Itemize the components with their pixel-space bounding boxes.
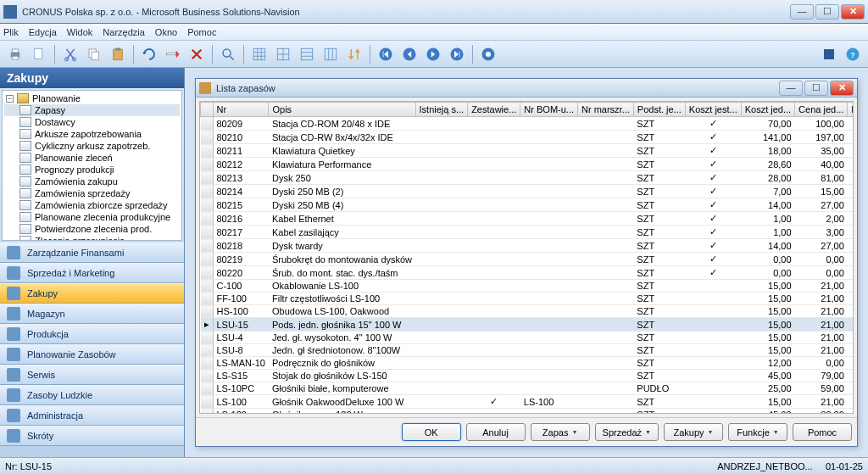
- nav-administracja[interactable]: Administracja: [0, 405, 184, 426]
- copy-icon[interactable]: [84, 44, 104, 64]
- close-button[interactable]: ✕: [841, 4, 865, 20]
- tree-item[interactable]: Planowanie zleceń: [4, 152, 180, 164]
- menu-okno[interactable]: Okno: [155, 27, 177, 37]
- table-row[interactable]: 80220Śrub. do mont. stac. dys./taśmSZT✓0…: [201, 266, 854, 280]
- col-header[interactable]: Podst. je...: [633, 103, 685, 117]
- zakupy-button[interactable]: Zakupy▼: [664, 423, 723, 441]
- table-row[interactable]: LS-10PCGłośniki białe, komputerowePUDŁO2…: [201, 382, 854, 395]
- nav-first-icon[interactable]: [376, 44, 396, 64]
- nav-last-icon[interactable]: [447, 44, 467, 64]
- cancel-button[interactable]: Anuluj: [466, 423, 526, 441]
- undo-icon[interactable]: [139, 44, 159, 64]
- tree-item[interactable]: Planowane zlecenia produkcyjne: [4, 211, 180, 223]
- table-row[interactable]: LS-120Głośnik czarny 120 WSZT45,0088,00G…: [201, 409, 854, 415]
- nav-prev-icon[interactable]: [399, 44, 420, 64]
- col-header[interactable]: Istnieją s...: [415, 103, 468, 117]
- sub-maximize-button[interactable]: ☐: [804, 81, 828, 96]
- tree-item[interactable]: Zamówienia sprzedaży: [4, 187, 180, 199]
- nav-serwis[interactable]: Serwis: [0, 365, 184, 385]
- col-header[interactable]: Nr: [213, 103, 269, 117]
- search-icon[interactable]: [218, 44, 238, 64]
- cut-icon[interactable]: [60, 44, 81, 64]
- tree-item[interactable]: Zamówienia zbiorcze sprzedaży: [4, 199, 180, 211]
- col-header[interactable]: Nr BOM-u...: [520, 103, 578, 117]
- col-header[interactable]: Koszt jest...: [685, 103, 741, 117]
- paste-icon[interactable]: [108, 44, 128, 64]
- col-header[interactable]: Koszt jed...: [741, 103, 794, 117]
- sprzedaz-button[interactable]: Sprzedaż▼: [595, 423, 659, 441]
- table-row[interactable]: 80217Kabel zasilającySZT✓1,003,0050000KA…: [201, 226, 854, 239]
- table-row[interactable]: LS-100Głośnik OakwoodDeluxe 100 W✓LS-100…: [201, 395, 854, 409]
- table-row[interactable]: HS-100Obudowa LS-100, OakwoodSZT15,0021,…: [201, 305, 854, 318]
- sort-icon[interactable]: [344, 44, 364, 64]
- nav-skróty[interactable]: Skróty: [0, 426, 184, 446]
- help-icon[interactable]: ?: [843, 44, 863, 64]
- menu-pomoc[interactable]: Pomoc: [187, 27, 216, 37]
- tree-item[interactable]: Zamówienia zakupu: [4, 176, 180, 187]
- tree-item[interactable]: Dostawcy: [4, 116, 180, 128]
- table-row[interactable]: 80215Dyski 250 MB (4)SZT✓14,0027,0050000…: [201, 198, 854, 212]
- menu-widok[interactable]: Widok: [67, 27, 93, 37]
- funkcje-button[interactable]: Funkcje▼: [728, 423, 787, 441]
- table-row[interactable]: 80216Kabel EthernetSZT✓1,002,0050000KABE…: [201, 212, 854, 226]
- nav-magazyn[interactable]: Magazyn: [0, 304, 184, 324]
- pomoc-button[interactable]: Pomoc: [793, 423, 852, 441]
- menu-narzędzia[interactable]: Narzędzia: [103, 27, 145, 37]
- delete-icon[interactable]: [163, 44, 183, 64]
- nav-next-icon[interactable]: [423, 44, 443, 64]
- table-row[interactable]: 80209Stacja CD-ROM 20/48 x IDESZT✓70,001…: [201, 117, 854, 131]
- cancel-icon[interactable]: [186, 44, 207, 64]
- tree-item[interactable]: Potwierdzone zlecenia prod.: [4, 223, 180, 235]
- table-row[interactable]: LSU-8Jedn. gł średniotonow. 8"100WSZT15,…: [201, 344, 854, 357]
- zapas-button[interactable]: Zapas▼: [531, 423, 590, 441]
- tree-item[interactable]: Zapasy: [4, 104, 180, 116]
- col-header[interactable]: Nr marszr...: [578, 103, 634, 117]
- table-row[interactable]: 80211Klawiatura QuietkeySZT✓18,0035,0050…: [201, 144, 854, 158]
- refresh-icon[interactable]: [478, 44, 498, 64]
- inventory-grid[interactable]: NrOpisIstnieją s...Zestawie...Nr BOM-u..…: [200, 102, 854, 414]
- table-row[interactable]: LSU-4Jed. gł. wysokoton. 4" 100 WSZT15,0…: [201, 332, 854, 344]
- sub-minimize-button[interactable]: —: [779, 81, 803, 96]
- nav-zakupy[interactable]: Zakupy: [0, 283, 184, 304]
- grid3-icon[interactable]: [297, 44, 317, 64]
- grid4-icon[interactable]: [320, 44, 341, 64]
- col-header[interactable]: Cena jed...: [795, 103, 848, 117]
- tree-root[interactable]: − Planowanie: [4, 92, 180, 104]
- table-row[interactable]: FF-100Filtr częstotliwości LS-100SZT15,0…: [201, 293, 854, 305]
- nav-produkcja[interactable]: Produkcja: [0, 324, 184, 344]
- table-row[interactable]: 80212Klawiatura PerformanceSZT✓28,6040,0…: [201, 158, 854, 171]
- tree-item[interactable]: Zlecenia przesunięcia: [4, 235, 180, 241]
- tree-item[interactable]: Prognozy produkcji: [4, 164, 180, 176]
- menu-edycja[interactable]: Edycja: [29, 27, 57, 37]
- nav-zasoby-ludzkie[interactable]: Zasoby Ludzkie: [0, 385, 184, 405]
- table-row[interactable]: 80218Dysk twardySZT✓14,0027,0050000DYSK …: [201, 239, 854, 253]
- col-header[interactable]: Zestawie...: [468, 103, 520, 117]
- table-row[interactable]: 80219Śrubokręt do montowania dyskówSZT✓0…: [201, 253, 854, 266]
- maximize-button[interactable]: ☐: [815, 4, 839, 20]
- grid1-icon[interactable]: [249, 44, 270, 64]
- print-icon[interactable]: [5, 44, 25, 64]
- nav-tree[interactable]: − Planowanie ZapasyDostawcyArkusze zapot…: [2, 90, 182, 241]
- col-header[interactable]: Opis: [269, 103, 415, 117]
- sub-close-button[interactable]: ✕: [830, 81, 854, 96]
- table-row[interactable]: 80213Dysk 250SZT✓28,0081,0050000DYSK 250: [201, 171, 854, 185]
- tree-item[interactable]: Arkusze zapotrzebowania: [4, 128, 180, 140]
- collapse-icon[interactable]: −: [6, 95, 14, 103]
- table-row[interactable]: 80210Stacja CD-RW 8x/4x/32x IDESZT✓141,0…: [201, 131, 854, 144]
- table-row[interactable]: LS-MAN-10Podręcznik do głośnikówSZT12,00…: [201, 357, 854, 370]
- minimize-button[interactable]: —: [790, 4, 814, 20]
- table-row[interactable]: C-100Okablowanie LS-100SZT15,0021,00OKAB…: [201, 280, 854, 293]
- nav-zarządzanie-finansami[interactable]: Zarządzanie Finansami: [0, 243, 184, 263]
- col-header[interactable]: Nr dostawcy: [848, 103, 854, 117]
- preview-icon[interactable]: [29, 44, 49, 64]
- table-row[interactable]: 80214Dyski 250 MB (2)SZT✓7,0015,0050000D…: [201, 185, 854, 198]
- grid2-icon[interactable]: [273, 44, 293, 64]
- table-row[interactable]: ▸LSU-15Pods. jedn. głośnika 15" 100 WSZT…: [201, 318, 854, 332]
- tree-item[interactable]: Cykliczny arkusz zapotrzeb.: [4, 140, 180, 152]
- ok-button[interactable]: OK: [402, 423, 461, 441]
- menu-plik[interactable]: Plik: [3, 27, 19, 37]
- nav-sprzedaż-i-marketing[interactable]: Sprzedaż i Marketing: [0, 263, 184, 283]
- nav-icon: [7, 266, 20, 280]
- table-row[interactable]: LS-S15Stojak do głośników LS-150SZT45,00…: [201, 370, 854, 382]
- nav-planowanie-zasobów[interactable]: Planowanie Zasobów: [0, 344, 184, 365]
